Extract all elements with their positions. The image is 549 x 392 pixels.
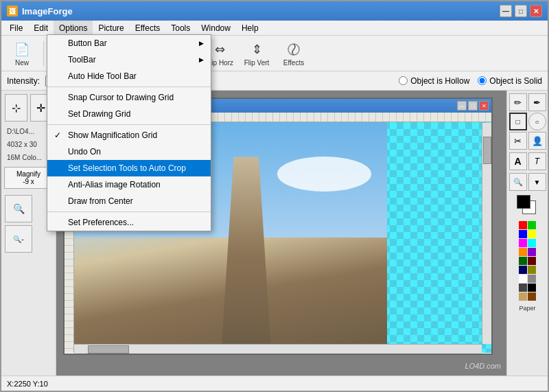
window-controls: — □ ✕ <box>500 5 542 17</box>
menu-window[interactable]: Window <box>196 21 236 36</box>
color-palette <box>519 221 536 301</box>
tool-zoom-in[interactable]: 🔍 <box>5 195 32 222</box>
color-depth: 16M Colo... <box>4 151 53 164</box>
menu-set-drawing-grid[interactable]: Set Drawing Grid <box>47 106 211 122</box>
file-path: D:\LO4... <box>4 125 53 138</box>
color-white[interactable] <box>519 275 527 283</box>
menu-auto-hide[interactable]: Auto Hide Tool Bar <box>47 68 211 84</box>
color-purple[interactable] <box>528 248 536 256</box>
paper-label: Paper <box>519 305 535 312</box>
color-gray[interactable] <box>528 275 536 283</box>
color-swatch-area <box>517 195 539 217</box>
lo4d-logo: LO4D.com <box>465 362 501 370</box>
menu-picture[interactable]: Picture <box>93 21 129 36</box>
menu-set-selection[interactable]: Set Selection Tools to Auto Crop <box>47 160 211 176</box>
menu-anti-alias[interactable]: Anti-Alias image Rotation <box>47 176 211 193</box>
menu-edit[interactable]: Edit <box>28 21 54 36</box>
hollow-radio[interactable] <box>399 76 408 85</box>
toolbar-new[interactable]: 📄 New <box>4 38 40 69</box>
toolbar-effects[interactable]: Effects <box>276 38 312 69</box>
status-bar: X:2250 Y:10 <box>1 376 548 391</box>
color-cyan[interactable] <box>528 239 536 247</box>
menu-draw-center[interactable]: Draw from Center <box>47 193 211 209</box>
options-dropdown: Button Bar ToolBar Auto Hide Tool Bar Sn… <box>47 34 211 231</box>
toolbar-new-label: New <box>15 59 29 67</box>
magnify-info: Magnify -9 x <box>4 167 53 189</box>
right-tool-figure[interactable]: 👤 <box>528 132 546 150</box>
solid-radio-label[interactable]: Object is Solid <box>478 76 542 86</box>
color-red[interactable] <box>519 221 527 229</box>
right-tool-zoom[interactable]: 🔍 <box>509 173 527 191</box>
color-darkgreen[interactable] <box>519 257 527 265</box>
menu-file[interactable]: File <box>4 21 28 36</box>
right-tool-italic[interactable]: T <box>528 152 546 170</box>
toolbar-flipvert-label: Flip Vert <box>244 59 270 67</box>
menu-options[interactable]: Options <box>54 21 93 36</box>
minimize-button[interactable]: — <box>500 5 512 17</box>
menu-help[interactable]: Help <box>236 21 264 36</box>
color-darkblue[interactable] <box>519 266 527 274</box>
menu-snap-cursor[interactable]: Snap Cursor to Drawing Grid <box>47 89 211 106</box>
hollow-label: Object is Hollow <box>410 76 469 86</box>
scroll-thumb-horizontal[interactable] <box>88 345 129 354</box>
right-tool-circle[interactable]: ○ <box>528 113 546 130</box>
maximize-button[interactable]: □ <box>515 5 527 17</box>
right-tool-text[interactable]: A <box>509 152 527 170</box>
effects-icon <box>284 40 303 59</box>
color-blue[interactable] <box>519 230 527 238</box>
menu-effects[interactable]: Effects <box>130 21 165 36</box>
color-darkred[interactable] <box>528 257 536 265</box>
right-panel: ✏ ✒ □ ○ ✂ 👤 A T 🔍 ▼ <box>506 91 548 376</box>
menu-show-mag-grid[interactable]: Show Magnification Grid <box>47 127 211 143</box>
img-minimize[interactable]: — <box>457 101 467 111</box>
right-tool-scissors[interactable]: ✂ <box>509 132 527 150</box>
magnify-label: Magnify <box>8 170 49 178</box>
color-orange[interactable] <box>519 248 527 256</box>
magnify-value: -9 x <box>8 178 49 185</box>
color-olive[interactable] <box>528 266 536 274</box>
toolbar-flipvert[interactable]: ⇕ Flip Vert <box>239 38 274 69</box>
color-black[interactable] <box>528 284 536 292</box>
title-bar: 🖼 ImageForge — □ ✕ <box>1 1 548 21</box>
status-coordinates: X:2250 Y:10 <box>7 380 48 388</box>
scroll-thumb-vertical[interactable] <box>483 137 491 164</box>
color-magenta[interactable] <box>519 239 527 247</box>
right-tool-pencil[interactable]: ✏ <box>509 93 527 111</box>
cloud-1 <box>277 157 371 191</box>
hollow-radio-label[interactable]: Object is Hollow <box>399 76 469 86</box>
menu-preferences[interactable]: Set Preferences... <box>47 214 211 231</box>
app-icon: 🖼 <box>7 5 18 16</box>
img-close[interactable]: ✕ <box>479 101 489 111</box>
right-tool-pen[interactable]: ✒ <box>528 93 546 111</box>
new-icon: 📄 <box>12 40 32 59</box>
color-brown[interactable] <box>528 292 536 301</box>
right-tool-rect[interactable]: □ <box>509 113 527 130</box>
menu-sep-2 <box>47 124 211 125</box>
tool-select[interactable]: ⊹ <box>5 94 27 122</box>
image-dimensions: 4032 x 30 <box>4 138 53 151</box>
solid-radio[interactable] <box>478 76 487 85</box>
menu-button-bar[interactable]: Button Bar <box>47 35 211 51</box>
tool-zoom-out[interactable]: 🔍- <box>5 225 32 253</box>
color-darkgray[interactable] <box>519 284 527 292</box>
window-title: ImageForge <box>22 6 73 16</box>
menu-toolbar[interactable]: ToolBar <box>47 51 211 68</box>
color-green[interactable] <box>528 221 536 229</box>
menu-undo-on[interactable]: Undo On <box>47 143 211 160</box>
object-type-group: Object is Hollow Object is Solid <box>399 76 542 86</box>
menu-sep-1 <box>47 87 211 87</box>
color-yellow[interactable] <box>528 230 536 238</box>
img-maximize[interactable]: □ <box>468 101 478 111</box>
image-window-controls: — □ ✕ <box>457 101 489 111</box>
right-tool-dropdown[interactable]: ▼ <box>528 173 546 191</box>
close-button[interactable]: ✕ <box>530 5 542 17</box>
intensity-label: Intensity: <box>7 76 40 86</box>
scrollbar-vertical[interactable] <box>482 123 491 344</box>
menu-sep-3 <box>47 211 211 212</box>
menu-tools[interactable]: Tools <box>165 21 196 36</box>
scrollbar-horizontal[interactable] <box>74 344 482 354</box>
fliphorz-icon: ⇔ <box>210 40 229 59</box>
foreground-color[interactable] <box>517 195 530 209</box>
color-tan[interactable] <box>519 292 527 301</box>
toolbar-sep-1 <box>43 41 44 66</box>
